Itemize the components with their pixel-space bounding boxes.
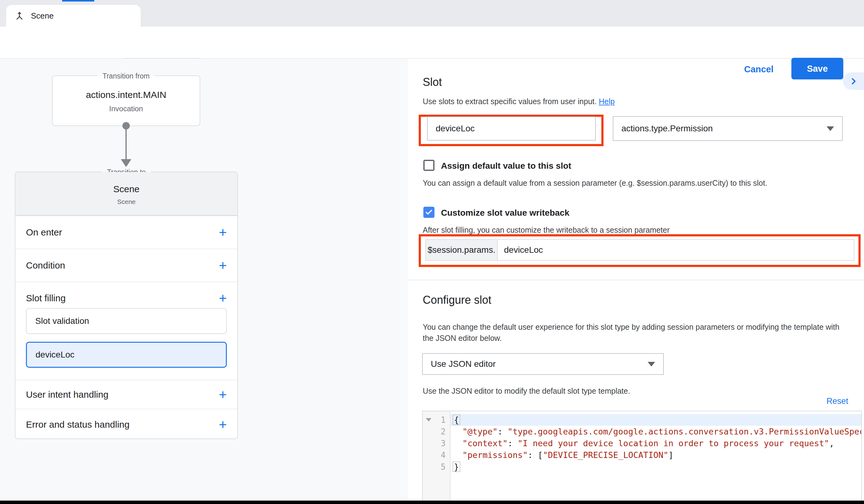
slot-type-select[interactable]: actions.type.Permission xyxy=(613,116,843,141)
intent-kind: Invocation xyxy=(52,105,200,113)
json-editor[interactable]: 12345 { "@type": "type.googleapis.com/go… xyxy=(422,411,862,504)
editor-code-line: "permissions": ["DEVICE_PRECISE_LOCATION… xyxy=(451,449,861,461)
row-user-intent[interactable]: User intent handling + xyxy=(15,380,237,409)
editor-code[interactable]: { "@type": "type.googleapis.com/google.a… xyxy=(451,411,861,504)
cancel-button[interactable]: Cancel xyxy=(744,64,773,74)
add-user-intent-button[interactable]: + xyxy=(219,388,227,401)
editor-code-line: } xyxy=(451,461,861,473)
row-condition-label: Condition xyxy=(26,260,65,271)
scene-editor-page: Scene Scene English xyxy=(0,0,864,504)
editor-code-line: { xyxy=(451,414,861,426)
connector-line xyxy=(125,126,127,160)
reset-link[interactable]: Reset xyxy=(803,396,848,406)
assign-default-description: You can assign a default value from a se… xyxy=(423,177,767,189)
writeback-label: Customize slot value writeback xyxy=(441,208,569,218)
connector-arrowhead xyxy=(121,159,131,167)
writeback-input[interactable] xyxy=(498,240,854,260)
row-on-enter-label: On enter xyxy=(26,227,62,238)
row-slot-filling-label: Slot filling xyxy=(26,293,65,303)
slot-description-text: Use slots to extract specific values fro… xyxy=(423,97,597,106)
add-on-enter-button[interactable]: + xyxy=(219,226,227,239)
slot-deviceloc-label: deviceLoc xyxy=(36,350,74,360)
slot-validation-label: Slot validation xyxy=(35,316,89,326)
tab-label: Scene xyxy=(31,11,54,21)
transition-from-node[interactable]: Transition from actions.intent.MAIN Invo… xyxy=(52,75,200,126)
row-condition[interactable]: Condition + xyxy=(15,249,237,282)
check-icon xyxy=(425,208,433,216)
chevron-right-icon xyxy=(849,77,858,86)
add-slot-button[interactable]: + xyxy=(219,291,227,305)
active-nav-indicator xyxy=(62,0,94,2)
editor-code-line: "context": "I need your device location … xyxy=(451,437,861,449)
writeback-checkbox[interactable] xyxy=(423,207,434,218)
editor-mode-value: Use JSON editor xyxy=(431,359,496,369)
scene-node-subtitle: Scene xyxy=(15,198,237,205)
slot-type-value: actions.type.Permission xyxy=(621,124,713,133)
row-user-intent-label: User intent handling xyxy=(26,389,108,400)
transition-from-legend: Transition from xyxy=(98,70,155,82)
row-error-handling[interactable]: Error and status handling + xyxy=(15,409,237,439)
add-error-handler-button[interactable]: + xyxy=(219,418,227,431)
help-link[interactable]: Help xyxy=(599,97,615,106)
slot-name-input[interactable] xyxy=(427,117,596,141)
tab-scene[interactable]: Scene xyxy=(6,5,141,27)
scene-node-body: Scene Scene On enter + Condition + Slot … xyxy=(15,172,237,439)
section-divider xyxy=(408,280,864,280)
writeback-prefix: $session.params. xyxy=(426,240,498,260)
header: Scene English Cancel Save xyxy=(0,27,864,59)
assign-default-label: Assign default value to this slot xyxy=(441,161,571,171)
writeback-control: $session.params. xyxy=(425,239,854,261)
chevron-down-icon xyxy=(827,127,834,131)
slot-validation-item[interactable]: Slot validation xyxy=(26,308,227,334)
json-editor-hint: Use the JSON editor to modify the defaul… xyxy=(423,385,630,396)
row-slot-filling: Slot filling + Slot validation deviceLoc xyxy=(15,282,237,380)
collapse-panel-button[interactable] xyxy=(843,72,864,90)
flow-panel: Transition from actions.intent.MAIN Invo… xyxy=(0,59,408,504)
scene-node-title: Scene xyxy=(15,172,237,194)
editor-gutter: 12345 xyxy=(423,411,451,504)
row-on-enter[interactable]: On enter + xyxy=(15,216,237,249)
intent-name: actions.intent.MAIN xyxy=(52,89,200,100)
editor-code-line: "@type": "type.googleapis.com/google.act… xyxy=(451,426,861,437)
scene-node-header[interactable]: Scene Scene xyxy=(15,172,237,216)
configure-slot-title: Configure slot xyxy=(423,293,491,307)
assign-default-checkbox[interactable] xyxy=(423,160,434,171)
slot-deviceloc-item[interactable]: deviceLoc xyxy=(26,342,227,368)
configure-slot-description: You can change the default user experien… xyxy=(423,321,846,344)
add-condition-button[interactable]: + xyxy=(219,259,227,272)
chevron-down-icon xyxy=(648,362,655,367)
editor-mode-select[interactable]: Use JSON editor xyxy=(422,353,664,375)
writeback-description: After slot filling, you can customize th… xyxy=(423,224,670,236)
slot-filling-head: Slot filling + xyxy=(26,291,227,305)
editor-line-number: 5 xyxy=(423,461,450,473)
editor-line-number: 3 xyxy=(423,437,450,449)
editor-line-number: 4 xyxy=(423,449,450,461)
slot-section-title: Slot xyxy=(423,76,442,89)
fold-arrow-icon[interactable] xyxy=(426,418,431,421)
bottom-black-bar xyxy=(0,501,864,504)
merge-icon xyxy=(14,11,25,21)
editor-gutter-lines: 12345 xyxy=(423,414,450,473)
save-button[interactable]: Save xyxy=(791,58,843,80)
editor-line-number: 2 xyxy=(423,426,450,437)
row-error-handling-label: Error and status handling xyxy=(26,419,130,430)
slot-section-description: Use slots to extract specific values fro… xyxy=(423,96,615,107)
editor-code-lines: { "@type": "type.googleapis.com/google.a… xyxy=(451,414,861,473)
tab-bar: Scene xyxy=(0,0,864,27)
scene-node: Transition to Scene Scene On enter + Con… xyxy=(15,171,238,439)
